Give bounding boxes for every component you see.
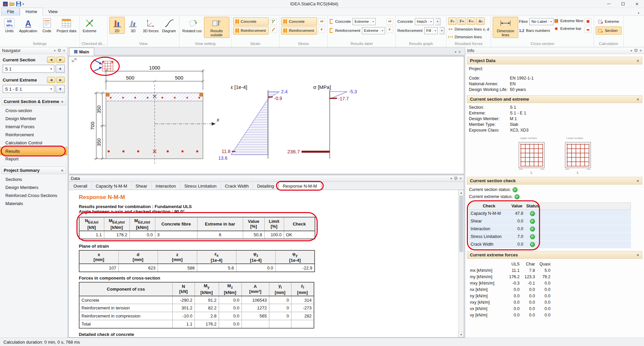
nav-item-cross-section[interactable]: Cross-section bbox=[0, 107, 67, 115]
open-icon[interactable] bbox=[9, 2, 15, 6]
label-add-extreme-icon[interactable]: +F bbox=[386, 18, 393, 25]
strain-concrete-toggle[interactable]: Concrete bbox=[233, 17, 269, 26]
bars-numbers-check[interactable]: 1,2 Bars numbers bbox=[519, 27, 553, 35]
current-section-select[interactable]: S 1▾ bbox=[3, 65, 54, 73]
strain-reinforcement-toggle[interactable]: Reinforcement bbox=[233, 27, 269, 35]
extreme-bar-mini-icon[interactable] bbox=[585, 26, 591, 33]
tab-home[interactable]: Home bbox=[20, 8, 43, 16]
save-icon[interactable] bbox=[16, 1, 21, 6]
tab-shear[interactable]: Shear bbox=[131, 182, 152, 190]
scroll-down-button[interactable]: ▼ bbox=[459, 332, 464, 337]
tab-overall[interactable]: Overall bbox=[69, 182, 92, 190]
results-label-reinforcement-select[interactable]: Extreme▾ bbox=[362, 27, 385, 34]
application-button[interactable]: A Application bbox=[18, 17, 39, 34]
pin-icon[interactable] bbox=[634, 49, 637, 52]
nav-item-report[interactable]: Report bbox=[0, 155, 67, 163]
checked-direction-extreme-button[interactable]: Extreme bbox=[82, 17, 98, 34]
panel-menu-icon[interactable]: ▾ bbox=[631, 49, 632, 52]
close-icon[interactable]: ✕ bbox=[639, 49, 642, 52]
resultant-frc-button[interactable]: Frc bbox=[467, 17, 475, 25]
results-outside-button[interactable]: Results outside bbox=[204, 17, 229, 38]
add-extreme-button[interactable]: + bbox=[56, 85, 65, 93]
pin-icon[interactable] bbox=[57, 49, 61, 52]
nav-item-reinforced-cross-sections[interactable]: Reinforced Cross-Sections bbox=[0, 192, 67, 200]
view-3d-forces-button[interactable]: 3D forces bbox=[142, 17, 160, 34]
current-section-header[interactable]: Current section and extreme « bbox=[467, 95, 642, 103]
tab-crack-width[interactable]: Crack Width bbox=[221, 182, 253, 190]
nav-item-reinforcement[interactable]: Reinforcement bbox=[0, 131, 67, 139]
section-extreme-header[interactable]: Current Section & Extreme « bbox=[1, 98, 66, 105]
results-graph-concrete-select[interactable]: Hatch▾ bbox=[415, 18, 434, 25]
nav-item-results[interactable]: Results bbox=[0, 147, 67, 155]
prev-section-button[interactable]: ◀ bbox=[47, 57, 55, 63]
nav-item-internal-forces[interactable]: Internal Forces bbox=[0, 123, 67, 131]
minimize-button[interactable] bbox=[602, 0, 616, 8]
results-graph-reinforcement-split-icon[interactable]: ▾ bbox=[439, 27, 444, 34]
fibre-select[interactable]: No Label▾ bbox=[529, 18, 553, 25]
project-data-header[interactable]: Project Data « bbox=[467, 57, 642, 64]
tab-view[interactable]: View bbox=[43, 8, 63, 15]
close-icon[interactable]: ✕ bbox=[459, 177, 462, 180]
nav-item-sections[interactable]: Sections bbox=[0, 176, 67, 184]
check-row[interactable]: Capacity N-M-M 47.8 ✓ bbox=[469, 210, 631, 217]
panel-menu-icon[interactable]: ▾ bbox=[450, 177, 452, 180]
dock-menu-icon[interactable]: ▾ bbox=[455, 50, 457, 54]
calculation-section-button[interactable]: Section bbox=[596, 27, 622, 35]
nav-item-materials[interactable]: Materials bbox=[0, 200, 67, 208]
nav-item-calculation-control[interactable]: Calculation Control bbox=[0, 139, 67, 147]
next-extreme-button[interactable]: ▶ bbox=[56, 77, 65, 83]
view-2d-button[interactable]: 2D bbox=[109, 17, 125, 34]
panel-menu-icon[interactable]: ▾ bbox=[54, 49, 56, 52]
current-section-check-header[interactable]: Current section check « bbox=[467, 177, 642, 185]
stress-concrete-toggle[interactable]: Concrete bbox=[281, 17, 317, 26]
stress-add-force-icon[interactable]: +F bbox=[318, 18, 325, 25]
nav-item-design-member[interactable]: Design Member bbox=[0, 115, 67, 123]
close-view-icon[interactable]: ✕ bbox=[458, 50, 461, 54]
view-diagram-button[interactable]: Diagram bbox=[161, 17, 177, 34]
stress-reinforcement-toggle[interactable]: Reinforcement bbox=[281, 27, 317, 35]
tab-response-nmm[interactable]: Response N-M-M bbox=[278, 182, 321, 190]
add-section-button[interactable]: + bbox=[56, 65, 65, 73]
prev-extreme-button[interactable]: ◀ bbox=[47, 77, 55, 83]
check-row[interactable]: Shear 0.0 ✓ bbox=[469, 217, 631, 225]
resultant-fc-button[interactable]: Fc bbox=[448, 17, 457, 25]
extreme-forces-header[interactable]: Current extreme forces « bbox=[467, 251, 642, 259]
collapse-ribbon-icon[interactable]: ▾ bbox=[636, 11, 641, 15]
project-data-button[interactable]: Project data bbox=[55, 17, 78, 34]
close-button[interactable]: ✕ bbox=[630, 0, 644, 8]
results-graph-concrete-split-icon[interactable]: ▾ bbox=[435, 18, 440, 25]
current-extreme-select[interactable]: S 1 - E 1▾ bbox=[3, 85, 54, 93]
tab-main[interactable]: Main bbox=[69, 48, 94, 55]
cross-section-dimension-lines-button[interactable]: Dimension lines bbox=[493, 17, 518, 38]
check-row[interactable]: Stress Limitation 7.0 ✓ bbox=[469, 233, 631, 241]
vertical-scrollbar[interactable]: ▲ ▼ bbox=[458, 190, 464, 337]
extreme-fibre-mini-icon[interactable] bbox=[585, 18, 591, 25]
strain-diagram-icon[interactable] bbox=[270, 26, 277, 33]
strain-add-diagram-icon[interactable] bbox=[270, 18, 277, 25]
results-graph-reinforcement-select[interactable]: Fill▾ bbox=[424, 27, 438, 34]
code-button[interactable]: Code bbox=[39, 17, 55, 34]
tab-capacity-nmm[interactable]: Capacity N-M-M bbox=[92, 182, 131, 190]
dimension-lines-xd-check[interactable]: Dimension lines x, d bbox=[448, 26, 489, 33]
scrollbar-thumb[interactable] bbox=[459, 196, 463, 252]
tab-stress-limitation[interactable]: Stress Limitation bbox=[180, 182, 221, 190]
extreme-fibre-check[interactable]: Extreme fibre bbox=[554, 17, 583, 24]
view-3d-button[interactable]: 3D bbox=[125, 17, 141, 34]
label-extreme-icon[interactable]: F bbox=[386, 26, 393, 33]
qat-customize-icon[interactable]: ▾ bbox=[22, 2, 24, 6]
tab-interaction[interactable]: Interaction bbox=[152, 182, 180, 190]
nav-item-design-members[interactable]: Design Members bbox=[0, 184, 67, 192]
close-icon[interactable]: ✕ bbox=[63, 49, 65, 52]
pin-icon[interactable] bbox=[454, 177, 457, 180]
dimension-lines-check[interactable]: Dimension lines bbox=[448, 34, 489, 40]
maximize-button[interactable] bbox=[616, 0, 630, 8]
resultant-ac-button[interactable]: Ac bbox=[476, 17, 485, 25]
results-label-concrete-select[interactable]: Extreme▾ bbox=[353, 18, 376, 25]
next-section-button[interactable]: ▶ bbox=[56, 57, 65, 63]
scroll-up-button[interactable]: ▲ bbox=[459, 190, 464, 195]
extreme-bar-check[interactable]: Extreme bar bbox=[554, 25, 583, 32]
rotated-css-button[interactable]: Rotated css bbox=[181, 17, 203, 34]
check-row[interactable]: Interaction 0.0 ✓ bbox=[469, 225, 631, 233]
check-row[interactable]: Crack Width 0.0 ✓ bbox=[469, 241, 631, 248]
units-button[interactable]: kNMPa Units bbox=[2, 17, 17, 34]
